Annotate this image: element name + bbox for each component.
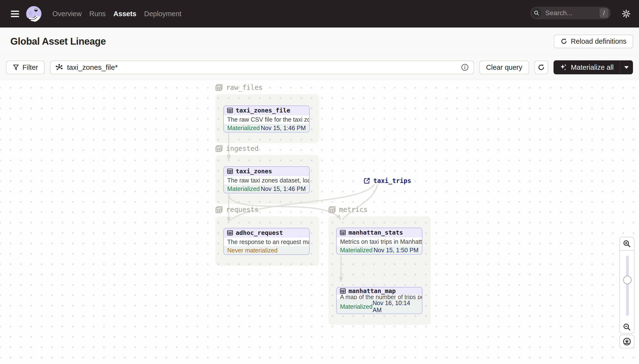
zoom-out-button[interactable] [619, 320, 634, 334]
asset-node-adhoc-request[interactable]: adhoc_request The response to an request… [223, 228, 310, 255]
status-badge: Materialized [227, 186, 260, 192]
asset-node-taxi-zones[interactable]: taxi_zones The raw taxi zones dataset, l… [223, 166, 310, 193]
sparkle-icon [559, 64, 567, 71]
external-link-icon [363, 178, 370, 184]
group-name: raw_files [226, 84, 263, 92]
asset-name: taxi_zones_file [236, 107, 290, 114]
status-badge: Materialized [340, 247, 373, 254]
group-label-metrics[interactable]: metrics [328, 206, 368, 214]
materialize-all-label: Materialize all [571, 64, 614, 72]
status-badge: Materialized [227, 124, 260, 132]
asset-node-manhattan-stats[interactable]: manhattan_stats Metrics on taxi trips in… [336, 228, 422, 255]
zoom-slider-thumb[interactable] [623, 276, 632, 284]
reload-icon [560, 38, 567, 45]
table-icon [227, 108, 233, 114]
zoom-in-button[interactable] [619, 237, 634, 251]
materialize-dropdown-button[interactable] [620, 60, 633, 74]
materialization-timestamp: Nov 15, 1:46 PM [261, 124, 306, 132]
download-icon [622, 337, 631, 346]
asset-selection-input[interactable]: taxi_zones_file* [50, 60, 474, 74]
table-icon [340, 230, 346, 236]
materialization-timestamp: Nov 15, 1:46 PM [261, 186, 306, 192]
group-name: requests [226, 206, 259, 214]
table-icon [227, 230, 233, 236]
asset-name: manhattan_stats [348, 229, 403, 236]
nav-item-overview[interactable]: Overview [53, 10, 82, 18]
group-name: ingested [226, 144, 259, 152]
materialize-all-button[interactable]: Materialize all [553, 60, 633, 74]
main-nav-links: Overview Runs Assets Deployment [53, 10, 181, 18]
search-icon [532, 8, 541, 18]
group-name: metrics [339, 206, 368, 214]
clear-query-button[interactable]: Clear query [479, 60, 529, 74]
global-search-input[interactable]: Search... / [530, 7, 611, 19]
group-table-icon [328, 206, 336, 214]
filter-funnel-icon [13, 64, 19, 70]
group-table-icon [215, 84, 223, 92]
export-graph-button[interactable] [619, 335, 634, 348]
zoom-out-icon [623, 323, 631, 331]
search-placeholder: Search... [545, 9, 572, 17]
filter-label: Filter [23, 64, 38, 72]
asset-description: The raw CSV file for the taxi zones dat.… [224, 115, 309, 124]
asset-node-manhattan-map[interactable]: manhattan_map A map of the number of tri… [336, 287, 422, 314]
filter-button[interactable]: Filter [6, 60, 45, 74]
table-icon [340, 288, 346, 294]
hamburger-menu-icon[interactable] [11, 9, 19, 18]
lineage-edges [0, 80, 639, 364]
nav-item-deployment[interactable]: Deployment [144, 10, 182, 18]
materialization-timestamp: Nov 16, 10:14 AM [373, 300, 418, 314]
table-icon [227, 168, 233, 174]
asset-description: The raw taxi zones dataset, loaded int..… [224, 176, 309, 185]
status-badge: Materialized [340, 303, 373, 310]
asset-name: adhoc_request [236, 229, 283, 236]
asset-node-taxi-zones-file[interactable]: taxi_zones_file The raw CSV file for the… [223, 106, 310, 132]
chevron-down-icon [624, 66, 628, 69]
group-label-requests[interactable]: requests [215, 206, 259, 214]
top-navigation-bar: Overview Runs Assets Deployment Search..… [0, 0, 639, 28]
group-label-ingested[interactable]: ingested [215, 144, 259, 152]
zoom-slider[interactable] [619, 251, 634, 321]
clear-query-label: Clear query [486, 64, 522, 72]
nav-item-assets[interactable]: Assets [114, 10, 137, 18]
zoom-controls [619, 237, 634, 334]
asset-description: A map of the number of trips per taxi z.… [337, 295, 422, 300]
dagster-logo-icon[interactable] [26, 6, 42, 22]
group-table-icon [215, 145, 223, 152]
settings-gear-icon[interactable] [621, 9, 631, 18]
external-asset-name: taxi_trips [373, 177, 411, 184]
reload-definitions-label: Reload definitions [571, 38, 626, 46]
refresh-icon [537, 64, 545, 71]
asset-description: Metrics on taxi trips in Manhattan [337, 237, 422, 246]
asset-name: manhattan_map [348, 288, 396, 294]
asset-selection-value: taxi_zones_file* [67, 63, 118, 72]
nav-item-runs[interactable]: Runs [89, 10, 106, 18]
asset-name: taxi_zones [236, 168, 272, 175]
info-icon[interactable] [461, 64, 469, 71]
asset-graph-icon [55, 64, 63, 71]
search-shortcut-badge: / [600, 8, 608, 18]
zoom-slider-track[interactable] [626, 256, 629, 316]
group-table-icon [215, 206, 223, 214]
page-header: Global Asset Lineage Reload definitions [0, 28, 639, 55]
asset-description: The response to an request made in th... [224, 238, 309, 246]
materialization-timestamp: Nov 15, 1:50 PM [374, 247, 418, 254]
page-title: Global Asset Lineage [11, 36, 106, 47]
zoom-in-icon [623, 240, 631, 248]
status-badge: Never materialized [227, 247, 277, 254]
refresh-graph-button[interactable] [534, 60, 548, 74]
group-label-raw-files[interactable]: raw_files [215, 84, 263, 92]
external-asset-taxi-trips[interactable]: taxi_trips [363, 177, 411, 184]
lineage-toolbar: Filter taxi_zones_file* [0, 56, 639, 80]
reload-definitions-button[interactable]: Reload definitions [554, 34, 633, 48]
asset-lineage-canvas[interactable]: raw_files ingested requests [0, 80, 639, 364]
